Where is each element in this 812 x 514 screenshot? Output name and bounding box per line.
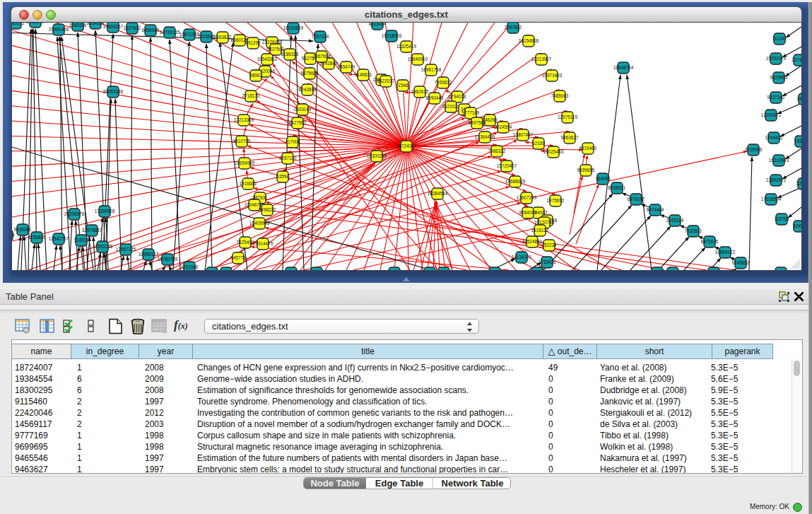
svg-text:10807487: 10807487 bbox=[513, 132, 534, 137]
svg-text:3267110: 3267110 bbox=[279, 156, 297, 160]
svg-text:16154808: 16154808 bbox=[519, 38, 539, 43]
svg-text:16782759: 16782759 bbox=[158, 257, 178, 262]
svg-text:15640910: 15640910 bbox=[408, 57, 428, 62]
svg-text:9827503: 9827503 bbox=[267, 47, 285, 52]
svg-text:2405572: 2405572 bbox=[12, 23, 25, 25]
svg-text:62160: 62160 bbox=[532, 141, 545, 146]
svg-text:6466160: 6466160 bbox=[142, 28, 160, 33]
svg-text:9084067: 9084067 bbox=[519, 210, 537, 215]
svg-text:92450: 92450 bbox=[793, 223, 801, 228]
svg-text:417006: 417006 bbox=[285, 139, 300, 144]
svg-text:3498222: 3498222 bbox=[259, 207, 276, 212]
svg-text:1916682: 1916682 bbox=[240, 181, 257, 186]
svg-text:14136141: 14136141 bbox=[512, 255, 532, 259]
svg-text:12213967: 12213967 bbox=[531, 57, 552, 62]
svg-text:111247: 111247 bbox=[772, 36, 787, 41]
svg-text:945779: 945779 bbox=[230, 255, 246, 260]
svg-text:15751074: 15751074 bbox=[766, 56, 787, 61]
svg-text:1292346: 1292346 bbox=[181, 264, 199, 269]
svg-text:12975115: 12975115 bbox=[558, 115, 577, 119]
svg-text:1244415: 1244415 bbox=[765, 135, 783, 140]
svg-text:12093872: 12093872 bbox=[761, 112, 782, 117]
svg-text:13692971: 13692971 bbox=[766, 177, 787, 182]
svg-text:12213369: 12213369 bbox=[234, 117, 254, 122]
svg-text:21364436: 21364436 bbox=[475, 134, 495, 139]
svg-text:10524851: 10524851 bbox=[522, 239, 543, 244]
svg-text:16033809: 16033809 bbox=[283, 25, 304, 30]
svg-text:227464: 227464 bbox=[792, 57, 801, 62]
svg-text:20053346: 20053346 bbox=[103, 89, 124, 94]
svg-text:2935114: 2935114 bbox=[666, 218, 684, 223]
svg-text:10958127: 10958127 bbox=[139, 252, 159, 257]
svg-text:16648764: 16648764 bbox=[613, 65, 634, 70]
svg-text:10973493: 10973493 bbox=[542, 73, 563, 78]
svg-text:32975887: 32975887 bbox=[82, 228, 102, 233]
svg-text:7357224: 7357224 bbox=[312, 34, 329, 39]
svg-text:8454749: 8454749 bbox=[338, 64, 355, 69]
svg-text:1065326: 1065326 bbox=[69, 23, 87, 28]
svg-text:10543362: 10543362 bbox=[257, 57, 278, 62]
svg-text:20991406: 20991406 bbox=[49, 27, 69, 32]
svg-text:17359928: 17359928 bbox=[95, 209, 115, 214]
svg-text:10025433: 10025433 bbox=[543, 149, 564, 154]
svg-text:16914479: 16914479 bbox=[253, 241, 273, 246]
svg-text:18724007: 18724007 bbox=[396, 144, 417, 148]
svg-text:16210643: 16210643 bbox=[769, 158, 789, 163]
svg-text:12505135: 12505135 bbox=[93, 244, 113, 249]
svg-text:1733426: 1733426 bbox=[539, 259, 556, 264]
svg-text:10688609: 10688609 bbox=[505, 179, 526, 184]
svg-text:8990448: 8990448 bbox=[426, 95, 444, 100]
svg-text:8186328: 8186328 bbox=[281, 52, 299, 57]
svg-text:6879197: 6879197 bbox=[628, 197, 645, 201]
svg-text:8813054: 8813054 bbox=[369, 23, 387, 26]
svg-text:2803144: 2803144 bbox=[294, 107, 312, 112]
svg-text:19654985: 19654985 bbox=[235, 160, 255, 165]
svg-text:7986322: 7986322 bbox=[488, 148, 506, 153]
svg-text:144163: 144163 bbox=[796, 96, 801, 101]
svg-text:5322037: 5322037 bbox=[377, 78, 395, 83]
svg-text:9115460: 9115460 bbox=[579, 146, 597, 151]
svg-text:16409948: 16409948 bbox=[249, 221, 270, 226]
svg-text:10654122: 10654122 bbox=[715, 250, 736, 255]
svg-text:5875685: 5875685 bbox=[301, 71, 319, 76]
svg-text:252234: 252234 bbox=[541, 243, 557, 247]
svg-text:9463627: 9463627 bbox=[561, 135, 579, 140]
svg-text:9699695: 9699695 bbox=[577, 168, 595, 173]
svg-text:7485063: 7485063 bbox=[551, 93, 569, 98]
svg-text:7632621: 7632621 bbox=[685, 228, 702, 233]
svg-text:391594: 391594 bbox=[12, 233, 15, 238]
svg-text:891295: 891295 bbox=[245, 40, 261, 45]
svg-text:1546: 1546 bbox=[398, 83, 408, 88]
svg-text:1156829: 1156829 bbox=[28, 235, 46, 240]
svg-text:9777169: 9777169 bbox=[462, 110, 480, 115]
svg-text:19384554: 19384554 bbox=[428, 191, 448, 196]
svg-text:6794028: 6794028 bbox=[449, 94, 466, 99]
svg-text:17957225: 17957225 bbox=[116, 247, 136, 252]
svg-text:1615132: 1615132 bbox=[531, 228, 549, 233]
svg-text:9146821: 9146821 bbox=[355, 72, 372, 77]
svg-text:17016504: 17016504 bbox=[761, 197, 782, 201]
svg-text:15720407: 15720407 bbox=[497, 163, 517, 168]
svg-text:8938921: 8938921 bbox=[608, 185, 626, 190]
svg-text:6497568: 6497568 bbox=[469, 120, 486, 125]
svg-text:16961758: 16961758 bbox=[421, 67, 442, 72]
svg-text:116753: 116753 bbox=[775, 216, 789, 221]
svg-text:9474444: 9474444 bbox=[647, 207, 664, 212]
svg-text:120435: 120435 bbox=[796, 181, 801, 186]
svg-text:15958: 15958 bbox=[794, 139, 801, 144]
svg-text:13607249: 13607249 bbox=[517, 195, 537, 200]
svg-text:16671355: 16671355 bbox=[180, 32, 200, 37]
svg-text:18300295: 18300295 bbox=[367, 153, 387, 158]
svg-text:7955812: 7955812 bbox=[435, 80, 452, 85]
svg-text:9514354: 9514354 bbox=[87, 23, 105, 25]
svg-text:2087682: 2087682 bbox=[505, 25, 522, 30]
svg-text:164095: 164095 bbox=[595, 176, 611, 181]
svg-text:10653267: 10653267 bbox=[103, 24, 124, 29]
svg-text:11325419: 11325419 bbox=[396, 44, 416, 49]
svg-text:2867608: 2867608 bbox=[313, 54, 331, 59]
svg-text:8427552: 8427552 bbox=[289, 120, 307, 125]
svg-text:2099140: 2099140 bbox=[27, 23, 45, 24]
svg-text:2718170: 2718170 bbox=[242, 93, 260, 98]
svg-text:8471676: 8471676 bbox=[701, 239, 719, 244]
svg-text:20206578: 20206578 bbox=[64, 211, 85, 216]
